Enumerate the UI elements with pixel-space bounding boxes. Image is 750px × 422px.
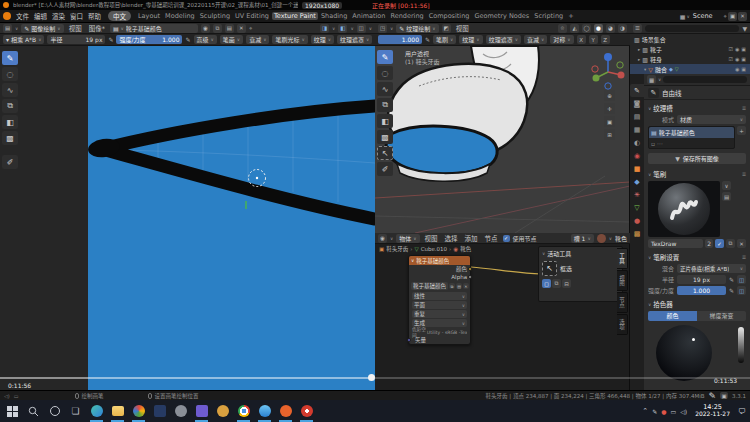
slot-mode-dropdown[interactable]: 材质∨: [677, 115, 746, 124]
tray-chat-icon[interactable]: ▭: [668, 408, 678, 415]
strength-slider[interactable]: 强度/力度1.000: [116, 35, 182, 44]
vp-tool-smear-button[interactable]: ∿: [377, 82, 393, 96]
tab-output-icon[interactable]: ▤: [630, 110, 644, 123]
paint-mask-face-icon[interactable]: ◩: [442, 24, 451, 33]
menu-file[interactable]: 文件: [14, 11, 31, 21]
color-output-socket[interactable]: [468, 267, 472, 271]
hide-icon[interactable]: ◉: [735, 66, 739, 72]
tab-view-layer-icon[interactable]: ▦: [630, 123, 644, 136]
exclude-checkbox[interactable]: ☑: [728, 56, 732, 62]
shading-material-icon[interactable]: ◕: [606, 24, 615, 33]
brush-preview-image-icon[interactable]: ▤: [722, 192, 731, 201]
hide-icon[interactable]: ◉: [735, 56, 739, 62]
taskbar-app-photos[interactable]: [128, 400, 149, 422]
video-seekbar[interactable]: [0, 377, 750, 379]
taskbar-app-blue-browser[interactable]: [254, 400, 275, 422]
taskbar-app-chrome[interactable]: [233, 400, 254, 422]
exclude-checkbox[interactable]: ☑: [728, 46, 732, 52]
collapse-icon[interactable]: ▾: [644, 67, 646, 72]
brush-preview-dropdown-icon[interactable]: ∨: [722, 181, 731, 190]
blend-mode-dropdown[interactable]: ▾ 相乘 A*B∨: [3, 35, 44, 44]
add-texture-slot-button[interactable]: +: [737, 126, 746, 135]
tab-compositing[interactable]: Compositing: [427, 12, 472, 20]
tool-soften-button[interactable]: ◌: [2, 67, 18, 81]
image-texture-node[interactable]: ∨ 靴子基础颜色 颜色 Alpha 靴子基础颜色 ⧉ ▤ ✕ 线性∨ 平: [408, 255, 471, 345]
shader-menu-select[interactable]: 选择: [443, 233, 460, 243]
color-wheel[interactable]: [656, 325, 712, 381]
tab-uv-editing[interactable]: UV Editing: [233, 12, 271, 20]
select-mode-new-icon[interactable]: ◻: [542, 279, 551, 288]
radius-unified-icon[interactable]: ◫: [737, 275, 746, 284]
image-menu-image[interactable]: 图像*: [87, 23, 107, 33]
select-mode-extend-icon[interactable]: ⧉: [552, 279, 561, 288]
strength-pressure-icon[interactable]: ✎: [185, 36, 190, 43]
props-radius-slider[interactable]: 19 px: [677, 275, 726, 284]
radius-pressure-icon[interactable]: ✎: [729, 276, 734, 283]
picker-tab-gradient[interactable]: 梯度渐变: [697, 311, 746, 321]
tray-volume-icon[interactable]: ◁): [678, 408, 689, 415]
taskbar-app-dark-blue[interactable]: [149, 400, 170, 422]
taskbar-app-purple[interactable]: [191, 400, 212, 422]
shader-menu-view[interactable]: 视图: [423, 233, 440, 243]
tab-modeling[interactable]: Modeling: [163, 12, 197, 20]
pin-icon[interactable]: ⌖: [724, 12, 727, 20]
editor-type-3d-icon[interactable]: ◳: [378, 24, 387, 33]
unlink-image-icon[interactable]: ✕: [237, 24, 246, 33]
texture-slot-row-2[interactable]: ▫···: [649, 138, 734, 148]
tab-world-icon[interactable]: ◉: [630, 149, 644, 162]
vp-tool-soften-button[interactable]: ◌: [377, 66, 393, 80]
brush-users-count[interactable]: 2: [705, 239, 713, 248]
tab-data-icon[interactable]: ▽: [630, 201, 644, 214]
mirror-y-toggle[interactable]: Y: [589, 35, 598, 44]
alpha-output-socket[interactable]: [468, 275, 472, 279]
scene-selector[interactable]: Scene: [691, 12, 723, 20]
shader-type-dropdown[interactable]: 物体∨: [396, 234, 419, 243]
node-new-image-icon[interactable]: ⧉: [449, 283, 455, 289]
tool-clone-button[interactable]: ⧉: [2, 99, 18, 113]
use-nodes-checkbox[interactable]: ✓: [503, 235, 510, 242]
radius-slider[interactable]: 半径19 px: [47, 35, 105, 44]
strength-unified-icon[interactable]: ◫: [737, 286, 746, 295]
unlink-brush-icon[interactable]: ✕: [737, 239, 746, 248]
node-open-image-icon[interactable]: ▤: [456, 283, 462, 289]
properties-context-icon[interactable]: ▦: [647, 75, 656, 84]
menu-render[interactable]: 渲染: [50, 11, 67, 21]
popover-falloff[interactable]: 衰减∨: [246, 35, 269, 44]
color-value-slider[interactable]: [738, 327, 744, 363]
brush-panel-title[interactable]: 笔刷: [653, 169, 666, 179]
tab-render-icon[interactable]: ◙: [630, 97, 644, 110]
tab-tool-icon[interactable]: ✎: [630, 84, 644, 97]
outliner-row-boots[interactable]: ▸ ▥ 靴子 ☑ ◉ ▣: [630, 44, 750, 54]
viewport-popover-texture-mask[interactable]: 纹理遮罩∨: [486, 35, 521, 44]
tab-add-workspace[interactable]: +: [566, 12, 575, 20]
tab-shading[interactable]: Shading: [319, 12, 349, 20]
vp-tool-clone-button[interactable]: ⧉: [377, 98, 393, 112]
shader-menu-node[interactable]: 节点: [483, 233, 500, 243]
tool-annotate-button[interactable]: ✐: [2, 155, 18, 169]
perspective-toggle-icon[interactable]: ⊞: [604, 129, 615, 140]
strength-pressure-icon[interactable]: ✎: [729, 287, 734, 294]
outliner-row-upper[interactable]: ▸ ▥ 鞋身 ☑ ◉ ▣: [630, 54, 750, 64]
taskbar-app-orange[interactable]: [275, 400, 296, 422]
viewport-pressure-icon[interactable]: ✎: [425, 36, 430, 43]
shader-editor-body[interactable]: ▣ 鞋头牙齿› ▽ Cube.010› ◉ 靴色 ∨ 靴子基础颜色 颜色 Alp…: [375, 244, 630, 390]
properties-search-input[interactable]: [663, 76, 747, 83]
node-interpolation-dropdown[interactable]: 线性∨: [412, 292, 467, 300]
radius-pressure-icon[interactable]: ✎: [108, 36, 113, 43]
node-extension-dropdown[interactable]: 重复∨: [412, 310, 467, 318]
texture-slot-item[interactable]: ▤ 靴子基础颜色: [649, 127, 734, 138]
viewport-menu-view[interactable]: 视图: [454, 23, 471, 33]
tool-fill-button[interactable]: ◧: [2, 115, 18, 129]
editor-type-shader-icon[interactable]: ◉: [378, 234, 387, 243]
taskbar-app-gold[interactable]: [212, 400, 233, 422]
outliner-row-scene-collection[interactable]: ▥ 场景集合: [630, 34, 750, 44]
side-tab-view[interactable]: 视图: [617, 270, 628, 291]
tab-geometry-nodes[interactable]: Geometry Nodes: [472, 12, 531, 20]
taskbar-app-gray[interactable]: [170, 400, 191, 422]
camera-visibility-icon[interactable]: ▣: [741, 56, 746, 62]
tab-scripting[interactable]: Scripting: [532, 12, 565, 20]
expand-icon[interactable]: ▸: [638, 47, 640, 52]
tab-scene-icon[interactable]: ◐: [630, 136, 644, 149]
viewport-popover-falloff[interactable]: 衰减∨: [524, 35, 547, 44]
tab-particles-icon[interactable]: ✳: [630, 188, 644, 201]
